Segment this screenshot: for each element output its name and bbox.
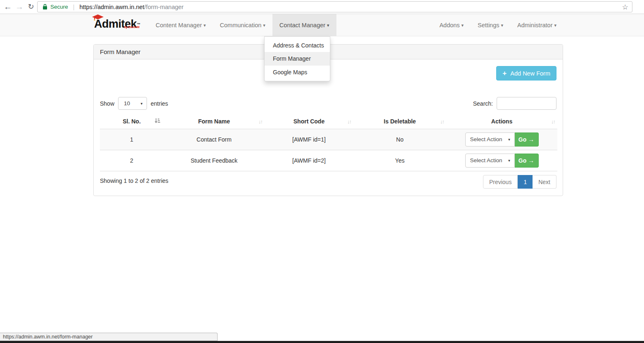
search-input[interactable] <box>497 97 556 110</box>
action-group: Select Action ▼ Go → <box>465 132 539 147</box>
nav-label: Communication <box>220 22 262 28</box>
search-control: Search: <box>473 97 556 110</box>
lock-icon <box>43 4 47 10</box>
arrow-right-icon: → <box>528 136 534 143</box>
select-caret-icon: ▼ <box>140 102 143 105</box>
arrow-right-icon: → <box>528 157 534 164</box>
cell-short-code: [AWMF id=2] <box>265 150 353 171</box>
page-length-select[interactable]: 10 ▼ <box>118 97 147 110</box>
caret-down-icon: ▾ <box>263 14 265 36</box>
secure-label: Secure <box>50 4 68 10</box>
brand-logo[interactable]: Admitek™by SevenM <box>94 18 140 30</box>
caret-down-icon: ▾ <box>554 14 556 36</box>
entries-label: entries <box>151 100 168 107</box>
nav-label: Administrator <box>517 22 552 28</box>
sort-both-icon: ↓↑ <box>347 118 351 125</box>
nav-label: Settings <box>478 22 499 28</box>
nav-item-settings[interactable]: Settings▾ <box>471 14 510 36</box>
header-label: Actions <box>491 118 512 125</box>
select-action-value: Select Action <box>470 157 502 163</box>
select-action-dropdown[interactable]: Select Action ▼ <box>465 154 515 168</box>
sort-both-icon: ↓↑ <box>551 118 555 125</box>
nav-item-content-manager[interactable]: Content Manager▾ <box>149 14 213 36</box>
cell-sl-no: 1 <box>100 129 163 150</box>
forward-icon[interactable]: → <box>14 1 25 12</box>
plus-icon: + <box>502 69 507 78</box>
cell-is-deletable: Yes <box>353 150 446 171</box>
pagination-previous[interactable]: Previous <box>483 175 518 189</box>
select-action-dropdown[interactable]: Select Action ▼ <box>465 132 515 147</box>
nav-item-administrator[interactable]: Administrator▾ <box>510 14 564 36</box>
cell-form-name: Contact Form <box>163 129 265 150</box>
pagination-next[interactable]: Next <box>533 175 556 189</box>
bottom-edge-strip <box>0 341 644 343</box>
nav-label: Contact Manager <box>279 22 325 28</box>
page-length-value: 10 <box>124 100 130 106</box>
cell-form-name: Student Feedback <box>163 150 265 171</box>
select-action-value: Select Action <box>470 136 502 142</box>
caret-down-icon: ▾ <box>501 14 504 36</box>
header-label: Sl. No. <box>123 118 141 125</box>
nav-left-group: Content Manager▾ Communication▾ Contact … <box>149 14 336 36</box>
url-path: /form-manager <box>144 4 184 10</box>
contact-manager-dropdown: Address & Contacts Form Manager Google M… <box>264 36 330 81</box>
url-host: https://admin.awm.in.net <box>79 4 144 10</box>
nav-item-communication[interactable]: Communication▾ <box>213 14 272 36</box>
sort-up-icon: ↑ <box>349 118 351 125</box>
sort-up-icon: ↑ <box>442 118 444 125</box>
cell-sl-no: 2 <box>100 150 163 171</box>
cell-actions: Select Action ▼ Go → <box>446 129 557 150</box>
header-sl-no[interactable]: Sl. No. <box>100 114 163 129</box>
nav-item-addons[interactable]: Addons▾ <box>432 14 471 36</box>
sort-up-icon: ↑ <box>553 118 555 125</box>
header-label: Short Code <box>294 118 324 125</box>
brand-name: Admitek™by SevenM <box>94 18 140 30</box>
brand-tagline: by SevenM <box>124 21 139 33</box>
go-button[interactable]: Go → <box>515 154 539 168</box>
select-caret-icon: ▼ <box>508 137 511 141</box>
dropdown-item-form-manager[interactable]: Form Manager <box>265 52 330 65</box>
pagination: Previous 1 Next <box>483 175 556 189</box>
nav-item-contact-manager[interactable]: Contact Manager▾ <box>272 14 336 36</box>
dropdown-item-address-contacts[interactable]: Address & Contacts <box>265 39 330 52</box>
pagination-page-1[interactable]: 1 <box>518 175 533 189</box>
go-label: Go <box>519 136 526 143</box>
omnibox-separator: | <box>73 4 75 10</box>
header-label: Is Deletable <box>384 118 416 125</box>
header-is-deletable[interactable]: Is Deletable ↓↑ <box>353 114 446 129</box>
nav-label: Addons <box>439 22 459 28</box>
main-navbar: Admitek™by SevenM Content Manager▾ Commu… <box>0 14 644 36</box>
select-caret-icon: ▼ <box>508 158 511 162</box>
page-url: https://admin.awm.in.net/form-manager <box>79 4 183 10</box>
table-header-row: Sl. No. Form Name ↓↑ Short <box>100 114 557 129</box>
cell-short-code: [AWMF id=1] <box>265 129 353 150</box>
browser-toolbar: ← → ↻ Secure | https://admin.awm.in.net/… <box>0 0 644 14</box>
go-button[interactable]: Go → <box>515 132 539 147</box>
dropdown-item-google-maps[interactable]: Google Maps <box>265 66 330 79</box>
nav-label: Content Manager <box>156 22 202 28</box>
table-row: 2 Student Feedback [AWMF id=2] Yes Selec… <box>100 150 557 171</box>
show-label: Show <box>100 100 114 107</box>
header-label: Form Name <box>198 118 230 125</box>
go-label: Go <box>519 157 526 164</box>
header-form-name[interactable]: Form Name ↓↑ <box>163 114 265 129</box>
bookmark-star-icon[interactable]: ☆ <box>622 3 628 12</box>
sort-both-icon: ↓↑ <box>440 118 444 125</box>
cell-is-deletable: No <box>353 129 446 150</box>
add-new-form-label: Add New Form <box>510 70 550 77</box>
showing-entries-info: Showing 1 to 2 of 2 entries <box>100 177 168 184</box>
caret-down-icon: ▾ <box>204 14 206 36</box>
sort-asc-icon <box>154 118 160 125</box>
search-label: Search: <box>473 100 493 107</box>
header-short-code[interactable]: Short Code ↓↑ <box>265 114 353 129</box>
header-actions[interactable]: Actions ↓↑ <box>446 114 557 129</box>
reload-icon[interactable]: ↻ <box>26 1 36 12</box>
add-new-form-button[interactable]: + Add New Form <box>496 66 556 80</box>
sort-both-icon: ↓↑ <box>258 118 262 125</box>
status-url-tooltip: https://admin.awm.in.net/form-manager <box>0 333 218 341</box>
table-row: 1 Contact Form [AWMF id=1] No Select Act… <box>100 129 557 150</box>
address-bar[interactable]: Secure | https://admin.awm.in.net/form-m… <box>37 1 632 12</box>
back-icon[interactable]: ← <box>2 1 13 12</box>
sort-up-icon: ↑ <box>260 118 263 125</box>
nav-right-group: Addons▾ Settings▾ Administrator▾ <box>432 14 564 36</box>
